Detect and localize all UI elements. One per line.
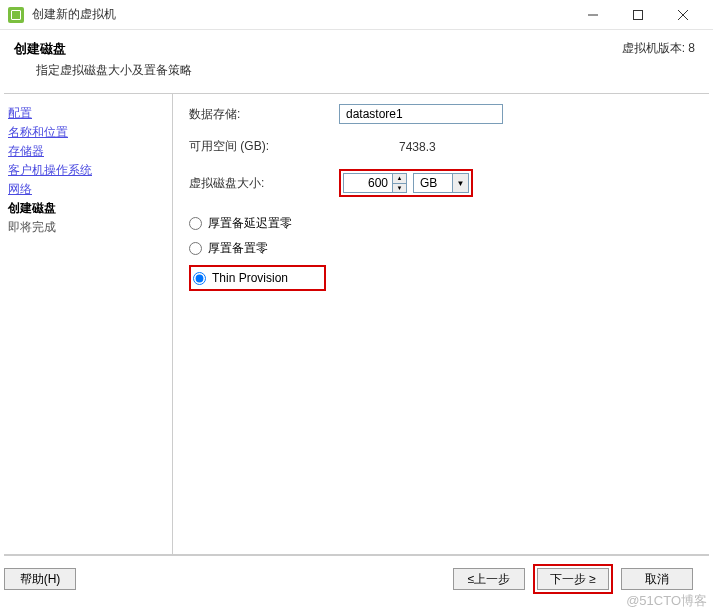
datastore-row: 数据存储: (189, 104, 697, 124)
vm-version-label: 虚拟机版本: 8 (622, 40, 695, 57)
thin-provision-highlight: Thin Provision (189, 265, 326, 291)
disk-size-input[interactable] (344, 174, 392, 192)
titlebar: 创建新的虚拟机 (0, 0, 713, 30)
radio-thick-lazy[interactable]: 厚置备延迟置零 (189, 211, 697, 236)
close-button[interactable] (660, 0, 705, 30)
free-space-label: 可用空间 (GB): (189, 138, 339, 155)
minimize-button[interactable] (570, 0, 615, 30)
wizard-body: 配置 名称和位置 存储器 客户机操作系统 网络 创建磁盘 即将完成 数据存储: … (0, 94, 713, 554)
disk-size-highlight: ▲ ▼ GB ▼ (339, 169, 473, 197)
disk-size-spinner[interactable]: ▲ ▼ (343, 173, 407, 193)
sidebar-item-create-disk: 创建磁盘 (8, 199, 172, 218)
free-space-value: 7438.3 (339, 140, 436, 154)
radio-thick-eager-label: 厚置备置零 (208, 240, 268, 257)
window-title: 创建新的虚拟机 (32, 6, 570, 23)
sidebar-item-ready: 即将完成 (8, 218, 172, 237)
watermark: @51CTO博客 (626, 592, 707, 610)
wizard-sidebar: 配置 名称和位置 存储器 客户机操作系统 网络 创建磁盘 即将完成 (0, 94, 173, 554)
svg-rect-1 (633, 10, 642, 19)
page-subtitle: 指定虚拟磁盘大小及置备策略 (36, 62, 699, 79)
next-button-highlight: 下一步 ≥ (533, 564, 613, 594)
app-icon (8, 7, 24, 23)
sidebar-item-name-location[interactable]: 名称和位置 (8, 123, 172, 142)
disk-size-row: 虚拟磁盘大小: ▲ ▼ GB ▼ (189, 169, 697, 197)
sidebar-item-config[interactable]: 配置 (8, 104, 172, 123)
spinner-buttons: ▲ ▼ (392, 174, 406, 192)
sidebar-item-guest-os[interactable]: 客户机操作系统 (8, 161, 172, 180)
back-button[interactable]: ≤上一步 (453, 568, 525, 590)
radio-thin-provision[interactable]: Thin Provision (193, 271, 288, 285)
page-title: 创建磁盘 (14, 40, 699, 58)
sidebar-item-network[interactable]: 网络 (8, 180, 172, 199)
provision-radio-group: 厚置备延迟置零 厚置备置零 Thin Provision (189, 211, 697, 291)
disk-size-label: 虚拟磁盘大小: (189, 175, 339, 192)
spinner-down-icon[interactable]: ▼ (393, 184, 406, 193)
disk-unit-value: GB (420, 176, 452, 190)
wizard-main: 数据存储: 可用空间 (GB): 7438.3 虚拟磁盘大小: ▲ ▼ GB ▼ (173, 94, 713, 554)
radio-thick-eager[interactable]: 厚置备置零 (189, 236, 697, 261)
maximize-button[interactable] (615, 0, 660, 30)
disk-unit-select[interactable]: GB ▼ (413, 173, 469, 193)
datastore-field (339, 104, 503, 124)
radio-thick-eager-input[interactable] (189, 242, 202, 255)
sidebar-item-storage[interactable]: 存储器 (8, 142, 172, 161)
spinner-up-icon[interactable]: ▲ (393, 174, 406, 184)
help-button[interactable]: 帮助(H) (4, 568, 76, 590)
radio-thin-provision-input[interactable] (193, 272, 206, 285)
radio-thick-lazy-label: 厚置备延迟置零 (208, 215, 292, 232)
cancel-button[interactable]: 取消 (621, 568, 693, 590)
next-button[interactable]: 下一步 ≥ (537, 568, 609, 590)
window-controls (570, 0, 705, 30)
datastore-label: 数据存储: (189, 106, 339, 123)
wizard-header: 创建磁盘 指定虚拟磁盘大小及置备策略 (0, 30, 713, 93)
radio-thick-lazy-input[interactable] (189, 217, 202, 230)
radio-thin-provision-label: Thin Provision (212, 271, 288, 285)
free-space-row: 可用空间 (GB): 7438.3 (189, 138, 697, 155)
wizard-footer: 帮助(H) ≤上一步 下一步 ≥ 取消 (4, 555, 709, 602)
chevron-down-icon: ▼ (452, 174, 468, 192)
